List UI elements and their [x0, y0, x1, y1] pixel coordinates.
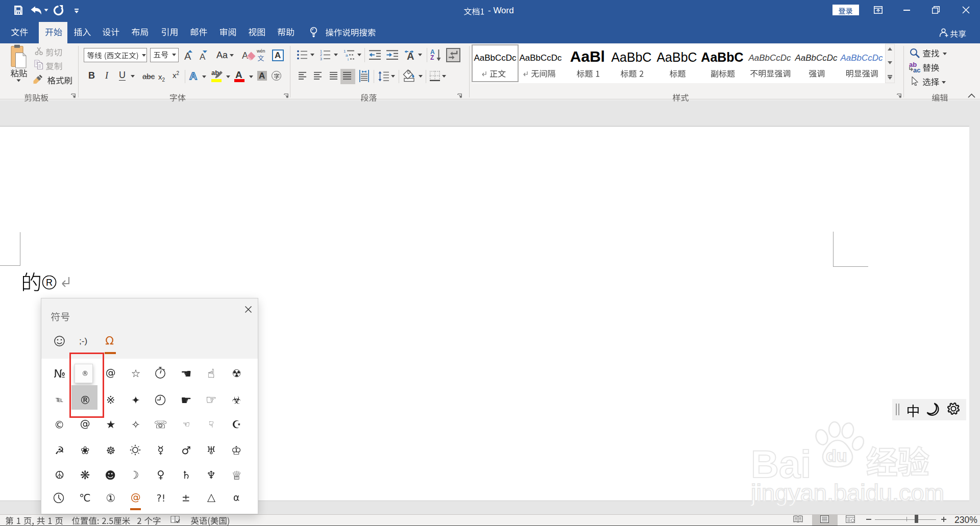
svg-text:2: 2 — [320, 53, 322, 57]
svg-text:i: i — [348, 57, 349, 61]
svg-text:R: R — [46, 278, 53, 288]
svg-text:3: 3 — [320, 57, 322, 61]
svg-text:du: du — [826, 446, 847, 465]
svg-text:1: 1 — [320, 49, 322, 53]
